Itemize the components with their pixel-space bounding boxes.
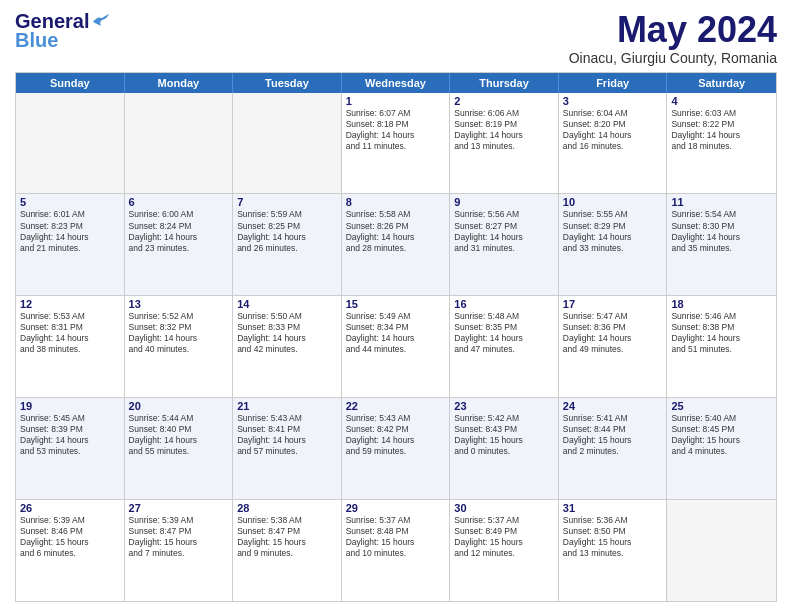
day-number: 18: [671, 298, 772, 310]
calendar-week-2: 5Sunrise: 6:01 AM Sunset: 8:23 PM Daylig…: [16, 194, 776, 296]
day-number: 31: [563, 502, 663, 514]
calendar-day-11: 11Sunrise: 5:54 AM Sunset: 8:30 PM Dayli…: [667, 194, 776, 295]
calendar-day-12: 12Sunrise: 5:53 AM Sunset: 8:31 PM Dayli…: [16, 296, 125, 397]
calendar-day-25: 25Sunrise: 5:40 AM Sunset: 8:45 PM Dayli…: [667, 398, 776, 499]
calendar-week-5: 26Sunrise: 5:39 AM Sunset: 8:46 PM Dayli…: [16, 500, 776, 601]
calendar-day-23: 23Sunrise: 5:42 AM Sunset: 8:43 PM Dayli…: [450, 398, 559, 499]
day-info: Sunrise: 5:44 AM Sunset: 8:40 PM Dayligh…: [129, 413, 229, 457]
day-info: Sunrise: 6:01 AM Sunset: 8:23 PM Dayligh…: [20, 209, 120, 253]
calendar-day-27: 27Sunrise: 5:39 AM Sunset: 8:47 PM Dayli…: [125, 500, 234, 601]
day-number: 5: [20, 196, 120, 208]
day-info: Sunrise: 6:03 AM Sunset: 8:22 PM Dayligh…: [671, 108, 772, 152]
calendar-day-15: 15Sunrise: 5:49 AM Sunset: 8:34 PM Dayli…: [342, 296, 451, 397]
day-number: 22: [346, 400, 446, 412]
calendar-day-4: 4Sunrise: 6:03 AM Sunset: 8:22 PM Daylig…: [667, 93, 776, 194]
day-number: 20: [129, 400, 229, 412]
day-number: 16: [454, 298, 554, 310]
day-number: 13: [129, 298, 229, 310]
day-number: 2: [454, 95, 554, 107]
day-info: Sunrise: 5:53 AM Sunset: 8:31 PM Dayligh…: [20, 311, 120, 355]
calendar-day-16: 16Sunrise: 5:48 AM Sunset: 8:35 PM Dayli…: [450, 296, 559, 397]
day-info: Sunrise: 5:40 AM Sunset: 8:45 PM Dayligh…: [671, 413, 772, 457]
day-info: Sunrise: 5:49 AM Sunset: 8:34 PM Dayligh…: [346, 311, 446, 355]
logo-bird-icon: [91, 14, 113, 30]
day-info: Sunrise: 5:55 AM Sunset: 8:29 PM Dayligh…: [563, 209, 663, 253]
day-info: Sunrise: 5:41 AM Sunset: 8:44 PM Dayligh…: [563, 413, 663, 457]
day-number: 26: [20, 502, 120, 514]
day-number: 29: [346, 502, 446, 514]
day-number: 12: [20, 298, 120, 310]
calendar-header-thursday: Thursday: [450, 73, 559, 93]
calendar-day-2: 2Sunrise: 6:06 AM Sunset: 8:19 PM Daylig…: [450, 93, 559, 194]
day-number: 1: [346, 95, 446, 107]
calendar-day-20: 20Sunrise: 5:44 AM Sunset: 8:40 PM Dayli…: [125, 398, 234, 499]
title-block: May 2024 Oinacu, Giurgiu County, Romania: [569, 10, 777, 66]
day-number: 11: [671, 196, 772, 208]
calendar-day-26: 26Sunrise: 5:39 AM Sunset: 8:46 PM Dayli…: [16, 500, 125, 601]
calendar-empty-cell: [233, 93, 342, 194]
day-info: Sunrise: 5:52 AM Sunset: 8:32 PM Dayligh…: [129, 311, 229, 355]
calendar-empty-cell: [125, 93, 234, 194]
day-info: Sunrise: 5:58 AM Sunset: 8:26 PM Dayligh…: [346, 209, 446, 253]
day-info: Sunrise: 5:39 AM Sunset: 8:46 PM Dayligh…: [20, 515, 120, 559]
day-info: Sunrise: 6:00 AM Sunset: 8:24 PM Dayligh…: [129, 209, 229, 253]
day-number: 4: [671, 95, 772, 107]
day-info: Sunrise: 5:48 AM Sunset: 8:35 PM Dayligh…: [454, 311, 554, 355]
day-number: 25: [671, 400, 772, 412]
calendar-header-tuesday: Tuesday: [233, 73, 342, 93]
day-number: 27: [129, 502, 229, 514]
calendar-day-17: 17Sunrise: 5:47 AM Sunset: 8:36 PM Dayli…: [559, 296, 668, 397]
calendar-day-9: 9Sunrise: 5:56 AM Sunset: 8:27 PM Daylig…: [450, 194, 559, 295]
calendar-body: 1Sunrise: 6:07 AM Sunset: 8:18 PM Daylig…: [16, 93, 776, 601]
day-number: 10: [563, 196, 663, 208]
day-number: 24: [563, 400, 663, 412]
day-info: Sunrise: 5:38 AM Sunset: 8:47 PM Dayligh…: [237, 515, 337, 559]
calendar-day-8: 8Sunrise: 5:58 AM Sunset: 8:26 PM Daylig…: [342, 194, 451, 295]
day-info: Sunrise: 5:54 AM Sunset: 8:30 PM Dayligh…: [671, 209, 772, 253]
day-info: Sunrise: 5:36 AM Sunset: 8:50 PM Dayligh…: [563, 515, 663, 559]
day-info: Sunrise: 5:43 AM Sunset: 8:42 PM Dayligh…: [346, 413, 446, 457]
day-number: 19: [20, 400, 120, 412]
calendar-day-5: 5Sunrise: 6:01 AM Sunset: 8:23 PM Daylig…: [16, 194, 125, 295]
calendar: SundayMondayTuesdayWednesdayThursdayFrid…: [15, 72, 777, 602]
calendar-day-21: 21Sunrise: 5:43 AM Sunset: 8:41 PM Dayli…: [233, 398, 342, 499]
calendar-day-10: 10Sunrise: 5:55 AM Sunset: 8:29 PM Dayli…: [559, 194, 668, 295]
calendar-day-29: 29Sunrise: 5:37 AM Sunset: 8:48 PM Dayli…: [342, 500, 451, 601]
day-number: 8: [346, 196, 446, 208]
day-number: 3: [563, 95, 663, 107]
day-number: 9: [454, 196, 554, 208]
calendar-day-19: 19Sunrise: 5:45 AM Sunset: 8:39 PM Dayli…: [16, 398, 125, 499]
calendar-header-sunday: Sunday: [16, 73, 125, 93]
calendar-day-31: 31Sunrise: 5:36 AM Sunset: 8:50 PM Dayli…: [559, 500, 668, 601]
calendar-day-7: 7Sunrise: 5:59 AM Sunset: 8:25 PM Daylig…: [233, 194, 342, 295]
calendar-day-22: 22Sunrise: 5:43 AM Sunset: 8:42 PM Dayli…: [342, 398, 451, 499]
day-info: Sunrise: 5:37 AM Sunset: 8:49 PM Dayligh…: [454, 515, 554, 559]
calendar-header: SundayMondayTuesdayWednesdayThursdayFrid…: [16, 73, 776, 93]
calendar-day-28: 28Sunrise: 5:38 AM Sunset: 8:47 PM Dayli…: [233, 500, 342, 601]
day-number: 14: [237, 298, 337, 310]
calendar-day-6: 6Sunrise: 6:00 AM Sunset: 8:24 PM Daylig…: [125, 194, 234, 295]
day-info: Sunrise: 5:56 AM Sunset: 8:27 PM Dayligh…: [454, 209, 554, 253]
day-info: Sunrise: 5:46 AM Sunset: 8:38 PM Dayligh…: [671, 311, 772, 355]
day-number: 30: [454, 502, 554, 514]
day-info: Sunrise: 5:37 AM Sunset: 8:48 PM Dayligh…: [346, 515, 446, 559]
calendar-day-24: 24Sunrise: 5:41 AM Sunset: 8:44 PM Dayli…: [559, 398, 668, 499]
day-info: Sunrise: 6:06 AM Sunset: 8:19 PM Dayligh…: [454, 108, 554, 152]
calendar-week-4: 19Sunrise: 5:45 AM Sunset: 8:39 PM Dayli…: [16, 398, 776, 500]
calendar-week-1: 1Sunrise: 6:07 AM Sunset: 8:18 PM Daylig…: [16, 93, 776, 195]
day-number: 7: [237, 196, 337, 208]
calendar-week-3: 12Sunrise: 5:53 AM Sunset: 8:31 PM Dayli…: [16, 296, 776, 398]
calendar-empty-cell: [16, 93, 125, 194]
subtitle: Oinacu, Giurgiu County, Romania: [569, 50, 777, 66]
page: General Blue May 2024 Oinacu, Giurgiu Co…: [0, 0, 792, 612]
calendar-day-1: 1Sunrise: 6:07 AM Sunset: 8:18 PM Daylig…: [342, 93, 451, 194]
day-info: Sunrise: 6:07 AM Sunset: 8:18 PM Dayligh…: [346, 108, 446, 152]
calendar-header-friday: Friday: [559, 73, 668, 93]
day-number: 21: [237, 400, 337, 412]
day-info: Sunrise: 5:45 AM Sunset: 8:39 PM Dayligh…: [20, 413, 120, 457]
calendar-day-14: 14Sunrise: 5:50 AM Sunset: 8:33 PM Dayli…: [233, 296, 342, 397]
calendar-day-30: 30Sunrise: 5:37 AM Sunset: 8:49 PM Dayli…: [450, 500, 559, 601]
day-info: Sunrise: 5:47 AM Sunset: 8:36 PM Dayligh…: [563, 311, 663, 355]
calendar-empty-cell: [667, 500, 776, 601]
day-number: 15: [346, 298, 446, 310]
